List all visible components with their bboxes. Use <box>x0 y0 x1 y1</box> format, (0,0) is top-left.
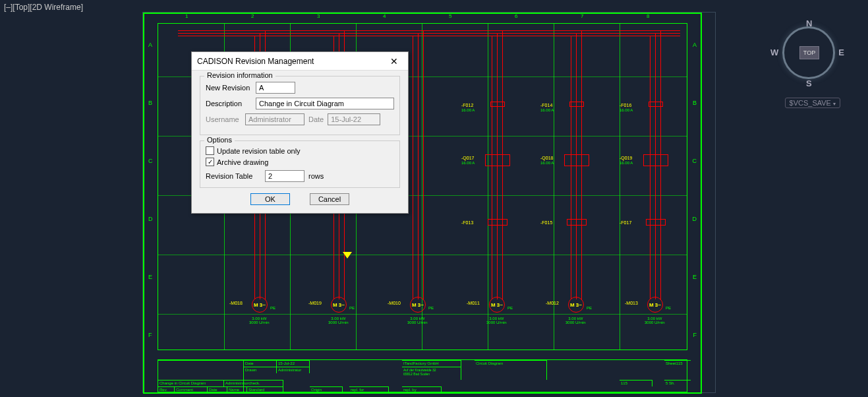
update-table-label: Update revision table only <box>217 147 301 155</box>
frame-col-num: 2 <box>251 13 254 19</box>
warning-triangle-icon <box>343 252 352 259</box>
motor-tag: -M019 <box>308 301 322 305</box>
motor-symbol: M 3~ <box>252 297 268 313</box>
motor-tag: -M011 <box>467 301 480 305</box>
contactor-tag: -Q017 <box>461 156 474 160</box>
frame-row-letter: E <box>148 274 152 280</box>
new-revision-label: New Revision <box>206 84 252 92</box>
chevron-down-icon: ▾ <box>833 101 836 107</box>
description-input[interactable] <box>256 98 394 109</box>
fuse-mid-tag: -F017 <box>620 220 631 225</box>
revision-table-label: Revision Table <box>206 172 261 180</box>
frame-col-num: 1 <box>185 13 188 19</box>
dialog-titlebar[interactable]: CADISON Revision Management ✕ <box>192 52 408 71</box>
archive-drawing-label: Archive drawing <box>217 158 268 166</box>
motor-symbol: M 3~ <box>331 297 347 313</box>
view-cube[interactable]: N E S W TOP <box>776 20 842 86</box>
frame-col-num: 3 <box>317 13 320 19</box>
fuse-amp: 16.00 A <box>540 108 554 112</box>
motor-pe: PE <box>349 306 355 310</box>
motor-symbol: M 3~ <box>410 297 426 313</box>
username-input <box>245 113 304 125</box>
contactor-amp: 16.00 A <box>461 161 475 165</box>
vcs-save-button[interactable]: $VCS_SAVE ▾ <box>785 98 840 108</box>
frame-col-num: 6 <box>515 13 517 19</box>
archive-drawing-checkbox[interactable]: ✓ <box>206 158 214 166</box>
frame-row-letter: E <box>693 274 697 280</box>
compass-s[interactable]: S <box>806 78 812 88</box>
description-label: Description <box>206 100 252 107</box>
group-label: Revision information <box>204 71 275 79</box>
motor-pe: PE <box>587 306 592 310</box>
date-label: Date <box>308 115 324 123</box>
frame-row-letter: F <box>148 332 152 338</box>
frame-row-letter: B <box>693 100 697 106</box>
revision-table-suffix: rows <box>308 172 324 180</box>
contactor-tag: -Q019 <box>620 156 632 160</box>
motor-pe: PE <box>428 306 434 310</box>
motor-pe: PE <box>507 306 513 310</box>
compass-w[interactable]: W <box>770 47 778 57</box>
close-icon[interactable]: ✕ <box>386 55 403 68</box>
motor-tag: -M010 <box>388 301 401 305</box>
frame-col-num: 7 <box>581 13 583 19</box>
group-label: Options <box>204 136 235 144</box>
frame-row-letter: F <box>693 332 697 338</box>
frame-row-letter: D <box>148 216 153 222</box>
date-input <box>328 113 380 125</box>
fuse-tag: -F014 <box>540 103 552 107</box>
fuse-mid-tag: -F015 <box>540 220 552 225</box>
compass-n[interactable]: N <box>806 18 812 28</box>
frame-col-num: 8 <box>647 13 649 19</box>
motor-spec: 3.00 kW 3000 U/min <box>249 317 270 324</box>
revision-info-group: Revision information New Revision Descri… <box>200 76 400 135</box>
new-revision-input[interactable] <box>256 82 295 94</box>
frame-row-letter: B <box>148 100 152 106</box>
motor-symbol: M 3~ <box>647 297 663 313</box>
ok-button[interactable]: OK <box>250 193 290 205</box>
options-group: Options Update revision table only ✓ Arc… <box>200 140 400 188</box>
cancel-button[interactable]: Cancel <box>310 193 349 205</box>
frame-row-letter: A <box>148 42 152 48</box>
dialog-title: CADISON Revision Management <box>197 57 386 66</box>
motor-symbol: M 3~ <box>489 297 505 313</box>
frame-row-letter: A <box>693 42 697 48</box>
motor-pe: PE <box>666 306 671 310</box>
frame-col-num: 5 <box>449 13 451 19</box>
motor-spec: 3.00 kW 3000 U/min <box>645 317 665 324</box>
motor-spec: 3.00 kW 3000 U/min <box>486 317 507 324</box>
revision-table-input[interactable] <box>265 170 304 182</box>
contactor-amp: 16.00 A <box>620 161 633 165</box>
motor-tag: -M018 <box>229 301 243 305</box>
motor-pe: PE <box>270 306 275 310</box>
viewport-label: [–][Top][2D Wireframe] <box>4 3 83 12</box>
fuse-tag: -F012 <box>461 103 473 107</box>
fuse-amp: 16.00 A <box>620 108 633 112</box>
revision-management-dialog: CADISON Revision Management ✕ Revision i… <box>191 51 409 214</box>
contactor-tag: -Q018 <box>540 156 553 160</box>
fuse-mid-tag: -F013 <box>461 220 473 225</box>
compass-e[interactable]: E <box>838 47 844 57</box>
frame-row-letter: C <box>148 158 153 164</box>
fuse-tag: -F016 <box>620 103 631 107</box>
motor-tag: -M012 <box>546 301 559 305</box>
title-block: Date 15-Jul-22 Drawn Administrator Chang… <box>158 359 687 392</box>
motor-tag: -M013 <box>625 301 638 305</box>
frame-row-letter: D <box>693 216 697 222</box>
frame-col-num: 4 <box>383 13 386 19</box>
motor-spec: 3.00 kW 3000 U/min <box>328 317 349 324</box>
compass-top-button[interactable]: TOP <box>799 46 819 59</box>
update-table-checkbox[interactable] <box>206 146 214 155</box>
frame-row-letter: C <box>693 158 697 164</box>
contactor-amp: 16.00 A <box>540 161 554 165</box>
motor-spec: 3.00 kW 3000 U/min <box>407 317 428 324</box>
fuse-amp: 16.00 A <box>461 108 475 112</box>
motor-spec: 3.00 kW 3000 U/min <box>565 317 586 324</box>
motor-symbol: M 3~ <box>568 297 584 313</box>
username-label: Username <box>206 115 241 123</box>
